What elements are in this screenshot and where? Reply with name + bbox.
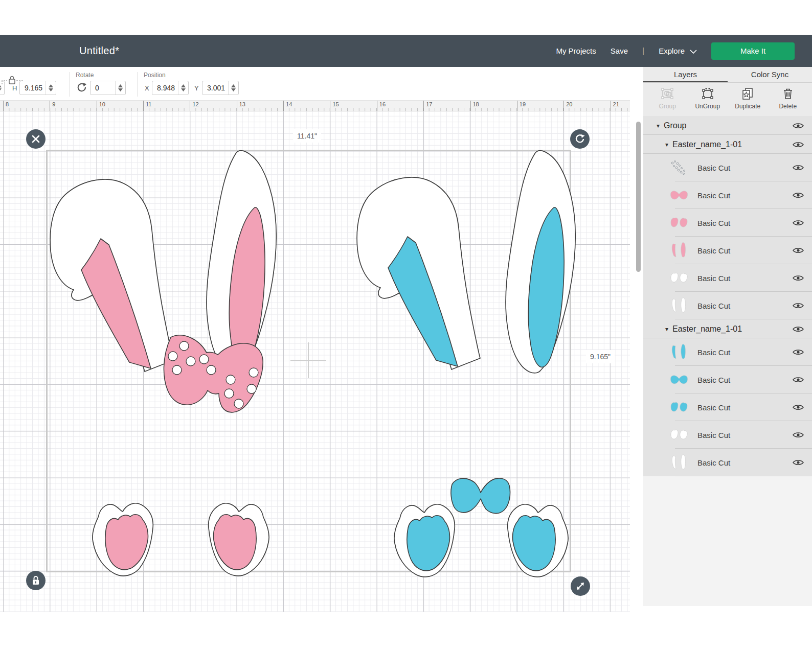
rotate-label: Rotate	[76, 72, 94, 79]
visibility-eye-icon[interactable]	[793, 122, 804, 129]
delete-selection-handle[interactable]	[26, 129, 46, 149]
blue-left-ear[interactable]	[357, 177, 480, 369]
layer-item-row[interactable]: Basic Cut	[643, 209, 812, 237]
resize-selection-handle[interactable]	[571, 576, 590, 596]
visibility-eye-icon[interactable]	[793, 164, 804, 171]
rotate-selection-handle[interactable]	[570, 129, 590, 149]
tab-color-sync[interactable]: Color Sync	[728, 67, 812, 82]
duplicate-icon	[740, 87, 755, 100]
close-icon	[32, 135, 40, 143]
layer-item-row[interactable]: Basic Cut	[643, 421, 812, 449]
project-title: Untitled*	[79, 45, 119, 57]
layer-item-row[interactable]: Basic Cut	[643, 154, 812, 181]
layer-thumbnail	[669, 214, 692, 231]
layer-thumbnail	[669, 426, 692, 444]
blue-bow[interactable]	[451, 478, 510, 514]
layer-item-row[interactable]: Basic Cut	[643, 338, 812, 366]
ruler-tick-label: 21	[611, 101, 619, 111]
collapse-caret-icon[interactable]: ▾	[665, 141, 672, 148]
ruler-tick-label: 14	[283, 101, 292, 111]
group-button[interactable]: Group	[647, 83, 688, 116]
visibility-eye-icon[interactable]	[793, 274, 804, 282]
pink-left-foot[interactable]	[93, 503, 153, 576]
visibility-eye-icon[interactable]	[793, 192, 804, 199]
blue-left-foot[interactable]	[394, 504, 455, 577]
ruler-tick-label: 10	[97, 101, 105, 111]
layer-item-label: Basic Cut	[697, 403, 730, 412]
layer-thumbnail	[669, 454, 692, 471]
visibility-eye-icon[interactable]	[793, 459, 804, 466]
blue-right-ear[interactable]	[506, 151, 575, 373]
visibility-eye-icon[interactable]	[793, 404, 804, 411]
visibility-eye-icon[interactable]	[793, 302, 804, 309]
layer-item-label: Basic Cut	[697, 219, 730, 227]
position-x-stepper[interactable]	[178, 81, 188, 95]
layer-item-row[interactable]: Basic Cut	[643, 393, 812, 421]
layer-item-label: Basic Cut	[697, 191, 730, 200]
ruler-tick-label: 15	[330, 101, 339, 111]
ungroup-icon	[701, 87, 715, 100]
bunny-artwork[interactable]	[0, 111, 630, 612]
save-link[interactable]: Save	[611, 47, 628, 55]
tab-layers[interactable]: Layers	[643, 67, 728, 82]
layer-group-row[interactable]: ▾Easter_name_1-01	[643, 319, 812, 338]
position-y-field[interactable]	[202, 81, 239, 95]
my-projects-link[interactable]: My Projects	[556, 47, 596, 55]
layer-group-row[interactable]: ▾Group	[643, 116, 812, 135]
ruler-tick-label: 19	[517, 101, 526, 111]
layers-panel: Layers Color Sync Group	[643, 67, 812, 606]
visibility-eye-icon[interactable]	[793, 431, 804, 438]
layer-item-row[interactable]: Basic Cut	[643, 292, 812, 319]
collapse-caret-icon[interactable]: ▾	[665, 326, 672, 333]
ruler-tick-label: 13	[237, 101, 245, 111]
resize-icon	[576, 582, 585, 591]
position-x-field[interactable]	[152, 81, 189, 95]
height-field[interactable]	[19, 81, 56, 95]
position-x-input[interactable]	[152, 81, 178, 95]
x-field-label: X	[145, 84, 149, 92]
layer-item-row[interactable]: Basic Cut	[643, 237, 812, 264]
visibility-eye-icon[interactable]	[793, 219, 804, 226]
rotate-stepper[interactable]	[115, 81, 125, 95]
delete-button[interactable]: Delete	[768, 83, 808, 116]
layer-group-label: Easter_name_1-01	[672, 140, 742, 149]
layer-item-row[interactable]: Basic Cut	[643, 366, 812, 393]
blue-right-foot[interactable]	[508, 504, 568, 577]
rotate-field[interactable]	[90, 81, 126, 95]
layer-item-label: Basic Cut	[697, 164, 730, 172]
pink-right-foot[interactable]	[209, 503, 269, 576]
height-input[interactable]	[20, 81, 46, 95]
collapse-caret-icon[interactable]: ▾	[657, 122, 664, 129]
delete-label: Delete	[779, 103, 797, 110]
ruler-tick-label: 8	[3, 101, 9, 111]
visibility-eye-icon[interactable]	[793, 141, 804, 148]
canvas-vertical-scrollbar[interactable]	[636, 122, 641, 272]
layer-item-row[interactable]: Basic Cut	[643, 181, 812, 209]
toolbar-divider	[69, 72, 70, 97]
height-stepper[interactable]	[46, 81, 56, 95]
ruler-tick-label: 9	[50, 101, 55, 111]
rotate-input[interactable]	[91, 81, 115, 95]
visibility-eye-icon[interactable]	[793, 349, 804, 356]
header-nav: My Projects Save | Explore Make It	[556, 42, 795, 60]
lock-selection-handle[interactable]	[26, 571, 46, 590]
layer-item-row[interactable]: Basic Cut	[643, 449, 812, 476]
layer-thumbnail	[669, 343, 692, 361]
explore-menu[interactable]: Explore	[659, 47, 697, 56]
layer-thumbnail	[669, 242, 692, 259]
make-it-button[interactable]: Make It	[711, 42, 795, 60]
layer-group-row[interactable]: ▾Easter_name_1-01	[643, 135, 812, 154]
ungroup-button[interactable]: UnGroup	[688, 83, 728, 116]
position-y-input[interactable]	[202, 81, 228, 95]
duplicate-button[interactable]: Duplicate	[728, 83, 768, 116]
layer-item-row[interactable]: Basic Cut	[643, 264, 812, 292]
layer-actions: Group UnGroup Duplica	[643, 83, 812, 116]
visibility-eye-icon[interactable]	[793, 376, 804, 383]
visibility-eye-icon[interactable]	[793, 247, 804, 254]
chevron-down-icon	[690, 47, 697, 56]
layer-thumbnail	[669, 399, 692, 416]
visibility-eye-icon[interactable]	[793, 326, 804, 333]
toolbar-divider	[137, 72, 138, 97]
position-y-stepper[interactable]	[228, 81, 238, 95]
ungroup-label: UnGroup	[695, 103, 720, 110]
